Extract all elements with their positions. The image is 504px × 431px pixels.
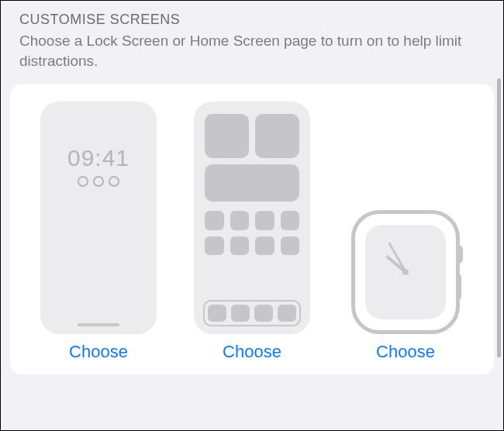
watch-side-button-icon xyxy=(456,274,461,299)
watch-option: Choose xyxy=(333,210,478,362)
section-title: CUSTOMISE SCREENS xyxy=(19,12,485,28)
choose-lock-screen-button[interactable]: Choose xyxy=(69,342,128,362)
watch-face-icon xyxy=(365,225,446,319)
home-screen-option: Choose xyxy=(179,102,325,362)
scrollbar[interactable] xyxy=(497,78,501,357)
choose-watch-button[interactable]: Choose xyxy=(376,342,435,362)
lock-screen-preview-icon: 09:41 xyxy=(40,102,157,334)
screens-card: 09:41 Choose Choose xyxy=(10,84,494,374)
section-header: CUSTOMISE SCREENS Choose a Lock Screen o… xyxy=(1,1,503,78)
watch-preview-icon xyxy=(351,210,460,334)
lock-screen-option: 09:41 Choose xyxy=(26,102,171,362)
choose-home-screen-button[interactable]: Choose xyxy=(223,342,281,362)
lock-screen-time: 09:41 xyxy=(67,145,129,171)
dock-icon xyxy=(203,300,301,326)
home-screen-preview-icon xyxy=(194,102,310,334)
section-subtitle: Choose a Lock Screen or Home Screen page… xyxy=(19,31,485,71)
watch-crown-icon xyxy=(456,245,463,264)
home-indicator-icon xyxy=(78,323,119,326)
lock-dots-icon xyxy=(78,176,119,187)
